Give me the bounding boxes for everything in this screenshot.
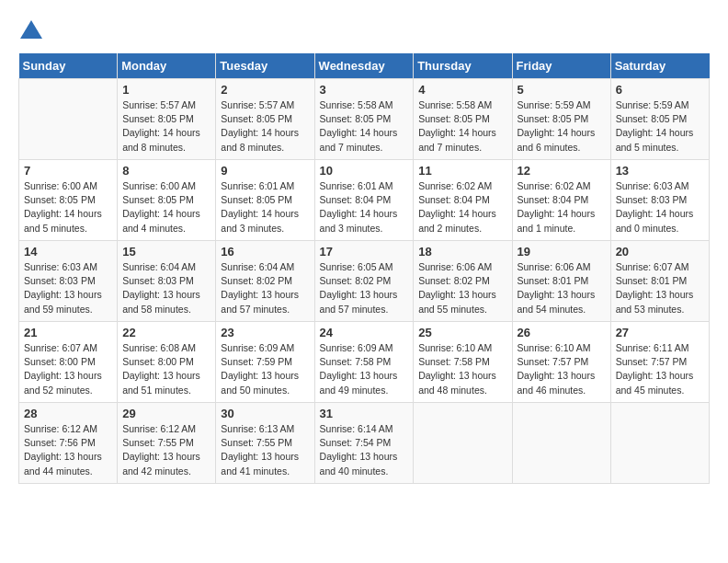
day-cell: 6Sunrise: 5:59 AM Sunset: 8:05 PM Daylig… [610, 79, 709, 160]
day-number: 6 [616, 83, 704, 97]
day-number: 11 [418, 164, 506, 178]
week-row-4: 21Sunrise: 6:07 AM Sunset: 8:00 PM Dayli… [19, 322, 710, 403]
day-info: Sunrise: 6:04 AM Sunset: 8:02 PM Dayligh… [221, 260, 309, 316]
day-info: Sunrise: 6:10 AM Sunset: 7:58 PM Dayligh… [418, 341, 506, 397]
col-header-wednesday: Wednesday [314, 53, 414, 79]
day-cell: 29Sunrise: 6:12 AM Sunset: 7:55 PM Dayli… [118, 403, 216, 484]
day-number: 29 [122, 407, 210, 420]
day-number: 27 [616, 326, 704, 339]
day-number: 19 [518, 245, 606, 259]
day-cell: 13Sunrise: 6:03 AM Sunset: 8:03 PM Dayli… [610, 160, 709, 241]
day-cell: 26Sunrise: 6:10 AM Sunset: 7:57 PM Dayli… [512, 322, 610, 403]
day-info: Sunrise: 6:04 AM Sunset: 8:03 PM Dayligh… [122, 260, 210, 316]
day-number: 8 [122, 164, 210, 178]
day-number: 1 [122, 83, 210, 97]
day-info: Sunrise: 6:05 AM Sunset: 8:02 PM Dayligh… [320, 260, 409, 316]
day-number: 21 [24, 326, 112, 339]
week-row-1: 1Sunrise: 5:57 AM Sunset: 8:05 PM Daylig… [19, 79, 710, 160]
day-cell: 10Sunrise: 6:01 AM Sunset: 8:04 PM Dayli… [314, 160, 414, 241]
day-number: 9 [221, 164, 309, 178]
week-row-5: 28Sunrise: 6:12 AM Sunset: 7:56 PM Dayli… [19, 403, 710, 484]
day-cell: 22Sunrise: 6:08 AM Sunset: 8:00 PM Dayli… [118, 322, 216, 403]
day-cell [414, 403, 512, 484]
day-cell: 11Sunrise: 6:02 AM Sunset: 8:04 PM Dayli… [414, 160, 512, 241]
day-number: 2 [221, 83, 309, 97]
day-cell: 15Sunrise: 6:04 AM Sunset: 8:03 PM Dayli… [118, 241, 216, 322]
col-header-tuesday: Tuesday [216, 53, 314, 79]
col-header-friday: Friday [512, 53, 610, 79]
day-cell: 8Sunrise: 6:00 AM Sunset: 8:05 PM Daylig… [118, 160, 216, 241]
day-cell: 24Sunrise: 6:09 AM Sunset: 7:58 PM Dayli… [314, 322, 414, 403]
day-info: Sunrise: 6:12 AM Sunset: 7:55 PM Dayligh… [122, 422, 210, 478]
calendar-table: SundayMondayTuesdayWednesdayThursdayFrid… [18, 53, 710, 484]
day-cell: 18Sunrise: 6:06 AM Sunset: 8:02 PM Dayli… [414, 241, 512, 322]
day-number: 17 [320, 245, 409, 259]
svg-marker-0 [20, 20, 42, 39]
day-cell: 30Sunrise: 6:13 AM Sunset: 7:55 PM Dayli… [216, 403, 314, 484]
day-info: Sunrise: 6:06 AM Sunset: 8:02 PM Dayligh… [418, 260, 506, 316]
day-cell: 25Sunrise: 6:10 AM Sunset: 7:58 PM Dayli… [414, 322, 512, 403]
day-cell: 31Sunrise: 6:14 AM Sunset: 7:54 PM Dayli… [314, 403, 414, 484]
day-info: Sunrise: 5:59 AM Sunset: 8:05 PM Dayligh… [518, 98, 606, 155]
day-cell [610, 403, 709, 484]
day-info: Sunrise: 6:03 AM Sunset: 8:03 PM Dayligh… [24, 260, 112, 316]
day-info: Sunrise: 6:10 AM Sunset: 7:57 PM Dayligh… [518, 341, 606, 397]
day-number: 22 [122, 326, 210, 339]
day-number: 10 [320, 164, 409, 178]
day-number: 24 [320, 326, 409, 339]
week-row-3: 14Sunrise: 6:03 AM Sunset: 8:03 PM Dayli… [19, 241, 710, 322]
col-header-thursday: Thursday [414, 53, 512, 79]
day-info: Sunrise: 6:07 AM Sunset: 8:01 PM Dayligh… [616, 260, 704, 316]
day-number: 25 [418, 326, 506, 339]
day-number: 4 [418, 83, 506, 97]
logo-icon [18, 18, 44, 44]
day-info: Sunrise: 6:01 AM Sunset: 8:04 PM Dayligh… [320, 179, 409, 236]
day-number: 12 [518, 164, 606, 178]
day-info: Sunrise: 6:09 AM Sunset: 7:58 PM Dayligh… [320, 341, 409, 397]
day-cell: 19Sunrise: 6:06 AM Sunset: 8:01 PM Dayli… [512, 241, 610, 322]
day-info: Sunrise: 6:03 AM Sunset: 8:03 PM Dayligh… [616, 179, 704, 236]
col-header-saturday: Saturday [610, 53, 709, 79]
day-cell: 5Sunrise: 5:59 AM Sunset: 8:05 PM Daylig… [512, 79, 610, 160]
day-info: Sunrise: 6:00 AM Sunset: 8:05 PM Dayligh… [24, 179, 112, 236]
day-info: Sunrise: 6:11 AM Sunset: 7:57 PM Dayligh… [616, 341, 704, 397]
day-cell: 28Sunrise: 6:12 AM Sunset: 7:56 PM Dayli… [19, 403, 118, 484]
day-cell: 21Sunrise: 6:07 AM Sunset: 8:00 PM Dayli… [19, 322, 118, 403]
day-cell: 27Sunrise: 6:11 AM Sunset: 7:57 PM Dayli… [610, 322, 709, 403]
day-cell: 12Sunrise: 6:02 AM Sunset: 8:04 PM Dayli… [512, 160, 610, 241]
day-cell [512, 403, 610, 484]
day-number: 26 [518, 326, 606, 339]
day-number: 14 [24, 245, 112, 259]
col-header-monday: Monday [118, 53, 216, 79]
day-cell: 14Sunrise: 6:03 AM Sunset: 8:03 PM Dayli… [19, 241, 118, 322]
day-number: 28 [24, 407, 112, 420]
day-number: 7 [24, 164, 112, 178]
logo [18, 18, 48, 44]
day-number: 15 [122, 245, 210, 259]
header-row: SundayMondayTuesdayWednesdayThursdayFrid… [19, 53, 710, 79]
day-number: 13 [616, 164, 704, 178]
day-cell: 9Sunrise: 6:01 AM Sunset: 8:05 PM Daylig… [216, 160, 314, 241]
day-info: Sunrise: 6:06 AM Sunset: 8:01 PM Dayligh… [518, 260, 606, 316]
day-cell: 23Sunrise: 6:09 AM Sunset: 7:59 PM Dayli… [216, 322, 314, 403]
week-row-2: 7Sunrise: 6:00 AM Sunset: 8:05 PM Daylig… [19, 160, 710, 241]
day-cell: 2Sunrise: 5:57 AM Sunset: 8:05 PM Daylig… [216, 79, 314, 160]
day-number: 20 [616, 245, 704, 259]
day-number: 23 [221, 326, 309, 339]
day-number: 18 [418, 245, 506, 259]
day-info: Sunrise: 6:01 AM Sunset: 8:05 PM Dayligh… [221, 179, 309, 236]
day-cell: 4Sunrise: 5:58 AM Sunset: 8:05 PM Daylig… [414, 79, 512, 160]
day-info: Sunrise: 6:14 AM Sunset: 7:54 PM Dayligh… [320, 422, 409, 478]
day-cell: 20Sunrise: 6:07 AM Sunset: 8:01 PM Dayli… [610, 241, 709, 322]
day-number: 31 [320, 407, 409, 420]
day-number: 5 [518, 83, 606, 97]
day-info: Sunrise: 6:13 AM Sunset: 7:55 PM Dayligh… [221, 422, 309, 478]
day-number: 16 [221, 245, 309, 259]
day-info: Sunrise: 6:07 AM Sunset: 8:00 PM Dayligh… [24, 341, 112, 397]
day-info: Sunrise: 6:09 AM Sunset: 7:59 PM Dayligh… [221, 341, 309, 397]
day-info: Sunrise: 6:00 AM Sunset: 8:05 PM Dayligh… [122, 179, 210, 236]
day-number: 3 [320, 83, 409, 97]
day-cell: 7Sunrise: 6:00 AM Sunset: 8:05 PM Daylig… [19, 160, 118, 241]
day-cell: 16Sunrise: 6:04 AM Sunset: 8:02 PM Dayli… [216, 241, 314, 322]
day-info: Sunrise: 5:57 AM Sunset: 8:05 PM Dayligh… [221, 98, 309, 155]
